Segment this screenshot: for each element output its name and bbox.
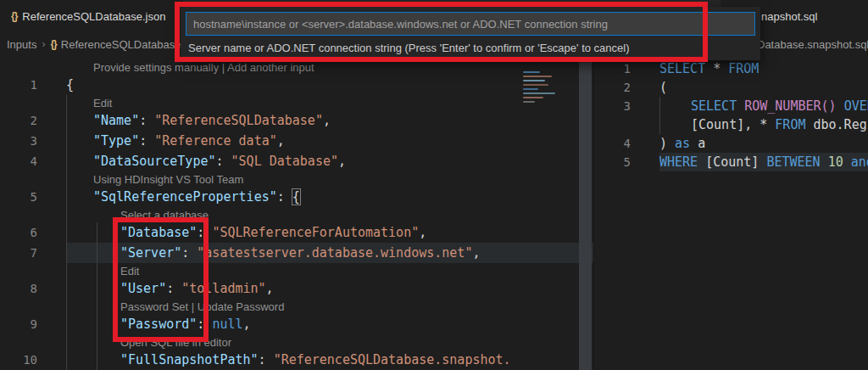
code-text[interactable]: {	[66, 75, 593, 95]
token: ,	[243, 317, 251, 332]
token: :	[197, 225, 212, 240]
codelens-link[interactable]: Open SQL file in editor	[66, 334, 593, 350]
line-number: 4	[593, 137, 631, 150]
code-text[interactable]: "DataSourceType": "SQL Database",	[66, 151, 593, 171]
codelens: Select a database	[0, 207, 593, 222]
code-text[interactable]: "Password": null,	[66, 314, 593, 334]
token: :	[216, 154, 231, 169]
code-line: 6"Database": "SQLReferenceForAutomation"…	[0, 222, 593, 243]
token: SELECT	[691, 98, 737, 114]
token: FROM	[728, 61, 759, 76]
token: ,	[419, 225, 426, 240]
code-text[interactable]: WHERE [Count] BETWEEN 10 and	[659, 153, 868, 171]
line-number: 1	[0, 78, 37, 92]
token: "SQL Database"	[231, 154, 338, 169]
tab-referencesqldatabase-json[interactable]: {} ReferenceSQLDatabase.json	[0, 0, 183, 32]
server-name-input[interactable]	[186, 13, 754, 35]
line-number: 1	[593, 62, 631, 76]
code-text[interactable]: [Count], * FROM dbo.Regi	[659, 115, 868, 134]
line-number: 4	[0, 154, 37, 168]
quick-input-prompt: Server name or ADO.NET connection string…	[181, 36, 760, 54]
code-text[interactable]: "User": "tolladmin",	[66, 278, 593, 299]
codelens: Edit	[0, 95, 593, 110]
code-text[interactable]: ) as a	[659, 134, 868, 153]
code-line: 4"DataSourceType": "SQL Database",	[0, 151, 593, 171]
code-text[interactable]: SELECT ROW_NUMBER() OVER	[659, 97, 868, 115]
token: 10	[828, 154, 843, 170]
token: ROW_NUMBER()	[744, 98, 836, 114]
breadcrumb-folder[interactable]: Inputs	[7, 38, 36, 51]
token: )	[659, 136, 675, 151]
token: "FullSnapshotPath"	[120, 352, 259, 367]
code-line: 10"FullSnapshotPath": "ReferenceSQLDatab…	[0, 350, 593, 370]
code-text[interactable]: "Name": "ReferenceSQLDatabase",	[66, 110, 593, 131]
codelens-link[interactable]: Provide settings manually | Add another …	[66, 59, 593, 75]
line-number: 2	[593, 81, 631, 94]
token: :	[139, 133, 154, 149]
code-line: 3"Type": "Reference data",	[0, 131, 593, 151]
token: SELECT	[659, 61, 705, 76]
code-line: 9"Password": null,	[0, 314, 593, 334]
token: "Type"	[93, 133, 139, 149]
codelens: Password Set | Update Password	[0, 299, 593, 314]
token: {	[292, 189, 300, 205]
token: "ReferenceSQLDatabase"	[154, 113, 323, 128]
chevron-right-icon: ›	[42, 38, 45, 50]
token: "Database"	[120, 225, 197, 240]
line-number: 9	[0, 317, 37, 331]
codelens: Open SQL file in editor	[0, 334, 593, 350]
token: :	[181, 245, 197, 261]
token	[843, 154, 851, 170]
code-text[interactable]: SELECT * FROM	[659, 59, 868, 78]
token: ,	[277, 133, 285, 149]
codelens-link[interactable]: Edit	[66, 263, 593, 278]
token: and	[851, 154, 868, 170]
code-line: 7"Server": "asatestserver.database.windo…	[0, 243, 593, 263]
token: [Count]	[698, 154, 766, 170]
token: [Count], *	[691, 117, 775, 132]
code-line: 5WHERE [Count] BETWEEN 10 and	[593, 153, 868, 171]
token	[821, 154, 828, 170]
codelens: Edit	[0, 263, 593, 278]
codelens: Using HDInsight VS Tool Team	[0, 171, 593, 187]
scrollbar-vertical[interactable]	[579, 59, 592, 370]
code-text[interactable]: "FullSnapshotPath": "ReferenceSQLDatabas…	[66, 350, 593, 370]
code-text[interactable]: (	[659, 78, 868, 97]
token: FROM	[775, 117, 805, 132]
code-line: 1{	[0, 75, 593, 95]
codelens-link[interactable]: Using HDInsight VS Tool Team	[66, 171, 593, 187]
code-text[interactable]: "Database": "SQLReferenceForAutomation",	[66, 222, 593, 243]
token: *	[705, 61, 728, 76]
code-line: 5"SqlReferenceProperties": {	[0, 187, 593, 207]
token: (	[659, 80, 667, 95]
tab-label: ReferenceSQLDatabase.json	[22, 10, 165, 23]
token: "tolladmin"	[181, 281, 265, 296]
code-text[interactable]: "Server": "asatestserver.database.window…	[66, 243, 593, 263]
breadcrumb-file[interactable]: Database.snapshot.sql	[757, 38, 868, 51]
minimap[interactable]	[523, 71, 560, 115]
codelens-link[interactable]: Edit	[66, 95, 593, 110]
token: "asatestserver.database.windows.net"	[197, 245, 472, 261]
token: ,	[323, 113, 331, 128]
token: :	[259, 352, 274, 367]
token: "Server"	[120, 245, 181, 261]
codelens-link[interactable]: Select a database	[66, 207, 593, 222]
token: {	[66, 77, 74, 92]
editor-json[interactable]: Provide settings manually | Add another …	[0, 56, 593, 370]
token: "Name"	[93, 113, 139, 128]
token: null	[212, 317, 242, 332]
line-number: 10	[0, 353, 37, 367]
editor-sql[interactable]: 1SELECT * FROM2(3SELECT ROW_NUMBER() OVE…	[593, 56, 868, 370]
codelens-link[interactable]: Password Set | Update Password	[66, 299, 593, 314]
line-number: 8	[0, 282, 37, 295]
code-text[interactable]: "Type": "Reference data",	[66, 131, 593, 151]
code-line: 1SELECT * FROM	[593, 59, 868, 78]
token: as	[675, 136, 690, 151]
token: :	[139, 113, 154, 128]
code-text[interactable]: "SqlReferenceProperties": {	[66, 187, 593, 207]
line-number: 5	[593, 155, 631, 169]
json-file-icon: {}	[50, 38, 56, 50]
tab-label: napshot.sql	[761, 10, 818, 23]
token: "User"	[120, 281, 166, 296]
token: OVER	[844, 98, 868, 114]
